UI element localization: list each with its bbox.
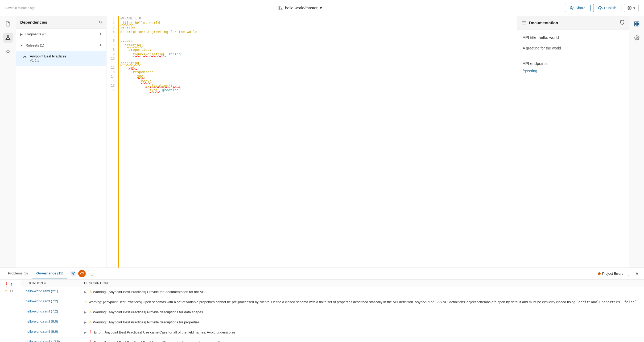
row-location: hello-world.raml (9:6) <box>26 330 84 333</box>
rulesets-add-icon[interactable]: + <box>99 43 102 48</box>
problems-table: hello-world.raml (2:1) ▶ ⚠ Warning: [Any… <box>21 287 644 342</box>
row-location: hello-world.raml (12:6) <box>26 340 84 342</box>
row-description: ▶ ❗ Error: [Anypoint Best Practices] Use… <box>84 330 640 335</box>
expand-arrow[interactable]: ▶ <box>84 331 86 334</box>
code-lines: 1 #%RAML 1.0 2 title: hello, world 3 ver… <box>106 16 517 92</box>
copy-icon <box>90 272 93 276</box>
location-col-label: LOCATION <box>26 281 43 285</box>
sidebar-icon-dependencies[interactable] <box>3 33 13 43</box>
bottom-panel: Problems (0) Governance (15) Project Err… <box>0 268 644 342</box>
svg-point-24 <box>636 37 637 39</box>
sidebar-icon-document[interactable] <box>3 19 13 29</box>
bottom-main: LOCATION ∨ DESCRIPTION hello-world.raml … <box>21 280 644 342</box>
code-line-9: 9 todays-greeting: string <box>106 52 517 56</box>
error-count: ❗ 4 <box>4 282 17 286</box>
location-link[interactable]: hello-world.raml (9:6) <box>26 319 58 323</box>
doc-body: API title: hello, world A greeting for t… <box>517 30 629 268</box>
publish-icon <box>598 6 602 10</box>
collapse-icon[interactable]: ∨ <box>634 271 640 276</box>
tab-governance[interactable]: Governance (15) <box>32 269 67 278</box>
col-location-header[interactable]: LOCATION ∨ <box>26 281 84 285</box>
share-icon <box>570 6 574 10</box>
col-description-header: DESCRIPTION <box>84 281 640 285</box>
topbar: Saved 8 minutes ago hello-world/master ▾… <box>0 0 644 16</box>
code-line-1: 1 #%RAML 1.0 <box>106 16 517 20</box>
svg-rect-21 <box>637 22 639 23</box>
tab-right: Project Errors ⋮ ∨ <box>598 271 640 277</box>
rulesets-item[interactable]: ▼ Rulesets (1) + <box>16 40 106 51</box>
table-header: LOCATION ∨ DESCRIPTION <box>21 280 644 287</box>
warning-number: 11 <box>9 289 13 293</box>
doc-header-left: Documentation <box>522 20 558 25</box>
row-location: hello-world.raml (7:2) <box>26 309 84 313</box>
gear-icon <box>634 35 639 40</box>
ruleset-entry[interactable]: Anypoint Best Practices V1.5.1 <box>16 51 106 66</box>
row-description: ▶ ⚠ Warning: [Anypoint Best Practices] P… <box>84 319 640 325</box>
code-line-4: 4 description: A greeting for the world <box>106 30 517 34</box>
saved-status: Saved 8 minutes ago <box>5 6 35 10</box>
refresh-icon[interactable]: ↻ <box>98 20 102 25</box>
location-link[interactable]: hello-world.raml (7:2) <box>26 309 58 313</box>
shield-icon[interactable] <box>620 20 625 26</box>
table-row: hello-world.raml (7:2) ⚠ Warning: [Anypo… <box>21 297 644 307</box>
row-description: ▶ ⚠ Warning: [Anypoint Best Practices] P… <box>84 309 640 315</box>
fragments-add-icon[interactable]: + <box>99 31 102 37</box>
warning-count: ⚠ 11 <box>4 289 17 293</box>
ruleset-info: Anypoint Best Practices V1.5.1 <box>30 54 66 62</box>
location-link[interactable]: hello-world.raml (2:1) <box>26 289 58 293</box>
repo-selector[interactable]: hello-world/master ▾ <box>278 6 322 10</box>
fragments-label: Fragments (0) <box>25 32 99 36</box>
endpoints-title: API endpoints <box>523 61 624 66</box>
warning-icon: ⚠ <box>4 289 8 293</box>
graph-icon <box>5 35 11 41</box>
ruleset-version: V1.5.1 <box>30 59 66 62</box>
far-right-icon-settings[interactable] <box>632 33 642 43</box>
expand-arrow[interactable]: ▶ <box>84 320 86 324</box>
filter-button[interactable] <box>70 271 76 277</box>
settings-button[interactable]: ▾ <box>624 4 639 12</box>
publish-button[interactable]: Publish <box>593 4 621 12</box>
location-link[interactable]: hello-world.raml (7:2) <box>26 299 58 303</box>
table-row: hello-world.raml (12:6) ▶ ❗ Error: [Anyp… <box>21 337 644 342</box>
expand-arrow[interactable]: ▶ <box>84 290 86 294</box>
doc-title: Documentation <box>529 20 558 25</box>
row-location: hello-world.raml (9:6) <box>26 319 84 323</box>
settings-icon <box>628 6 632 10</box>
bottom-tabs: Problems (0) Governance (15) Project Err… <box>0 268 644 280</box>
publish-label: Publish <box>604 6 616 10</box>
more-options-icon[interactable]: ⋮ <box>625 271 632 277</box>
doc-header-icons <box>620 20 625 26</box>
far-right-icon-pages[interactable] <box>632 19 642 29</box>
table-row: hello-world.raml (2:1) ▶ ⚠ Warning: [Any… <box>21 287 644 297</box>
expand-arrow[interactable]: ▶ <box>84 310 86 314</box>
project-errors-indicator: Project Errors <box>598 272 623 276</box>
main-layout: Dependencies ↻ ▶ Fragments (0) + ▼ Rules… <box>0 16 644 268</box>
expand-arrow[interactable]: ▶ <box>84 341 86 342</box>
row-description: ⚠ Warning: [Anypoint Best Practices] Ope… <box>84 299 640 305</box>
bottom-content: ❗ 4 ⚠ 11 LOCATION ∨ DESCRIPTION <box>0 280 644 342</box>
endpoint-link[interactable]: /greeting <box>523 69 537 74</box>
refresh-icon <box>80 272 84 276</box>
code-line-2: 2 title: hello, world <box>106 20 517 25</box>
rulesets-toggle: ▼ <box>20 44 23 47</box>
code-line-15: 15 body: <box>106 79 517 83</box>
row-location: hello-world.raml (2:1) <box>26 289 84 293</box>
code-line-17: 17 type: greeting <box>106 88 517 92</box>
svg-line-15 <box>8 36 10 39</box>
document-icon <box>5 21 11 27</box>
share-button[interactable]: Share <box>565 4 591 12</box>
fragments-item[interactable]: ▶ Fragments (0) + <box>16 29 106 40</box>
copy-button[interactable] <box>88 270 95 277</box>
svg-point-0 <box>281 9 282 10</box>
sidebar-icon-anypoint[interactable] <box>3 47 13 56</box>
location-link[interactable]: hello-world.raml (9:6) <box>26 330 58 333</box>
code-line-14: 14 200: <box>106 74 517 79</box>
svg-rect-23 <box>637 24 639 26</box>
refresh-button[interactable] <box>78 270 86 277</box>
location-link[interactable]: hello-world.raml (12:6) <box>26 340 60 342</box>
code-line-8: 8 properties: <box>106 47 517 52</box>
code-editor[interactable]: 1 #%RAML 1.0 2 title: hello, world 3 ver… <box>106 16 517 268</box>
ruleset-name: Anypoint Best Practices <box>30 54 66 58</box>
description-col-label: DESCRIPTION <box>84 281 108 285</box>
tab-problems[interactable]: Problems (0) <box>4 269 31 278</box>
